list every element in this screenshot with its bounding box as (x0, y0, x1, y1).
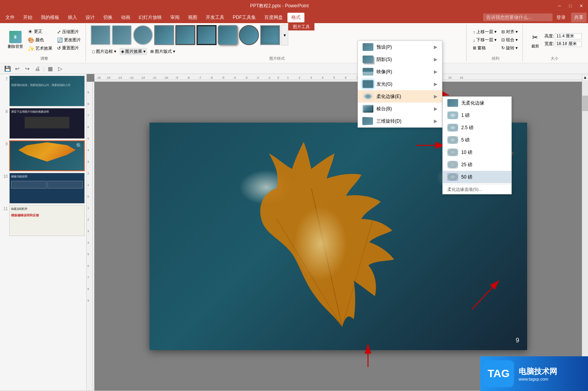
ribbon-group-arrange: ↑ 上移一层 ▾ ↓ 下移一层 ▾ ⊞ 窗格 (468, 25, 523, 61)
menu-format[interactable]: 格式 (287, 13, 304, 22)
submenu-separator (443, 184, 511, 184)
scroll-up[interactable]: ▲ (582, 74, 588, 80)
print-qa-btn[interactable]: 🖨 (33, 64, 42, 73)
save-qa-btn[interactable]: 💾 (3, 64, 12, 73)
remove-bg-btn[interactable]: 🗑 删除背景 (6, 30, 25, 50)
svg-text:-6: -6 (210, 76, 213, 79)
up-layer-btn[interactable]: ↑ 上移一层 ▾ (471, 28, 498, 35)
compress-btn[interactable]: ⤢ 压缩图片 (55, 28, 82, 35)
quickaccess: 💾 ↩ ↪ 🖨 | ▦ ▷ (0, 63, 588, 74)
maximize-btn[interactable]: □ (566, 2, 574, 10)
pic-border-arrow: ▾ (114, 49, 116, 54)
tag-watermark: TAG 电脑技术网 www.tagxp.com (480, 356, 588, 391)
slide-10[interactable]: 模板功能说明 (9, 173, 85, 204)
pic-effect-btn[interactable]: ◈ 图片效果 ▾ (119, 48, 147, 55)
slide-page-num: 9 (516, 337, 519, 344)
update-btn[interactable]: ☀ 更正 (26, 28, 54, 35)
down-layer-btn[interactable]: ↓ 下移一层 ▾ (471, 36, 498, 44)
svg-text:-3: -3 (245, 76, 248, 79)
submenu-25pt[interactable]: 25 磅 (443, 158, 511, 171)
menu-devtools[interactable]: 开发工具 (202, 13, 228, 22)
scroll-thumb[interactable] (582, 96, 588, 111)
width-input[interactable] (555, 41, 582, 47)
reset-pic-btn[interactable]: ↺ 重置图片 (55, 44, 82, 52)
slide-9[interactable]: 🔍 (9, 140, 85, 171)
svg-text:-10: -10 (164, 76, 168, 79)
submenu-none[interactable]: 无柔化边缘 (443, 97, 511, 109)
dropdown-reflect[interactable]: 映像(R) ▶ (358, 66, 442, 78)
window-btn[interactable]: ⊞ 窗格 (471, 44, 498, 52)
menu-template[interactable]: 我的模板 (37, 13, 63, 22)
menu-insert[interactable]: 插入 (64, 13, 81, 22)
search-input[interactable] (483, 13, 553, 21)
dropdown-preset[interactable]: 预设(P) ▶ (358, 41, 442, 53)
svg-text:-1: -1 (268, 76, 271, 79)
pic-style-4[interactable] (154, 25, 174, 45)
pic-layout-btn[interactable]: ⊞ 图片版式 ▾ (149, 48, 177, 55)
show-qa-btn[interactable]: ▷ (56, 64, 64, 73)
submenu-2pt[interactable]: 2.5 磅 (443, 121, 511, 134)
pic-style-6[interactable] (197, 25, 217, 45)
sub-2pt-icon (447, 124, 458, 131)
pic-border-btn[interactable]: □ 图片边框 ▾ (91, 48, 118, 55)
ribbon-scroll-btn[interactable]: ▼ (281, 25, 288, 46)
pic-style-1[interactable] (91, 25, 111, 45)
rotate-btn[interactable]: ↻ 旋转 ▾ (500, 44, 519, 52)
slide-7[interactable]: " 我爱我的祖国，我爱祖国的山河，我爱祖国的人民 (9, 76, 85, 106)
align-btn[interactable]: ⊟ 对齐 ▾ (500, 28, 519, 35)
submenu-10pt[interactable]: 10 磅 (443, 146, 511, 158)
svg-text:-2: -2 (256, 76, 259, 79)
submenu-options[interactable]: 柔化边缘选项(S)... (443, 185, 511, 194)
svg-text:-15: -15 (106, 76, 111, 79)
submenu-1pt[interactable]: 1 磅 (443, 109, 511, 121)
slide-panel: 7 " 我爱我的祖国，我爱祖国的山河，我爱祖国的人民 8 课堂下运用图片功能的视… (0, 74, 87, 391)
login-btn[interactable]: 登录 (553, 13, 569, 22)
slide-11[interactable]: 白定义幻灯片 模板编辑说明和反馈 (9, 205, 85, 236)
dropdown-soft-edge[interactable]: 柔化边缘(E) ▶ (358, 90, 442, 103)
menu-animation[interactable]: 动画 (117, 13, 134, 22)
align-arrow: ▾ (516, 29, 518, 34)
submenu-50pt[interactable]: 50 磅 (443, 171, 511, 183)
dropdown-glow[interactable]: 发光(G) ▶ (358, 78, 442, 90)
menu-baidu[interactable]: 百度网盘 (260, 13, 287, 22)
pic-style-3[interactable] (133, 25, 153, 45)
art-effect-btn[interactable]: ✨ 艺术效果 (26, 45, 54, 52)
win-controls: ─ □ ✕ (556, 2, 585, 10)
bevel-icon (363, 105, 373, 113)
svg-text:1: 1 (87, 207, 89, 209)
slide-8[interactable]: 课堂下运用图片功能的视频说明 (9, 108, 85, 139)
crop-btn[interactable]: ✂ 裁剪 (528, 30, 543, 50)
pic-style-9[interactable] (260, 25, 280, 45)
menu-view[interactable]: 视图 (184, 13, 201, 22)
svg-text:3: 3 (87, 230, 89, 233)
minimize-btn[interactable]: ─ (556, 2, 563, 10)
menu-switch[interactable]: 切换 (99, 13, 116, 22)
svg-text:-12: -12 (141, 76, 145, 79)
undo-qa-btn[interactable]: ↩ (13, 64, 22, 73)
color-btn[interactable]: 🎨 颜色 (26, 36, 54, 44)
menu-slideshow[interactable]: 幻灯片放映 (135, 13, 166, 22)
right-scrollbar[interactable]: ▲ ▼ (582, 74, 588, 391)
svg-text:-7: -7 (198, 76, 202, 79)
pic-style-2[interactable] (112, 25, 132, 45)
dropdown-shadow[interactable]: 阴影(S) ▶ (358, 53, 442, 66)
menu-file[interactable]: 文件 (2, 13, 18, 22)
menu-design[interactable]: 设计 (82, 13, 99, 22)
pic-style-7[interactable] (218, 25, 238, 45)
pic-style-8[interactable] (239, 25, 259, 45)
submenu-5pt[interactable]: 5 磅 (443, 134, 511, 146)
close-btn[interactable]: ✕ (577, 2, 585, 10)
pic-style-5[interactable] (175, 25, 195, 45)
group-btn[interactable]: ⊡ 组合 ▾ (500, 36, 519, 44)
menu-review[interactable]: 审阅 (166, 13, 183, 22)
slide-qa-btn[interactable]: ▦ (46, 64, 54, 73)
height-input[interactable] (555, 33, 582, 39)
share-btn[interactable]: 共享 (571, 13, 586, 22)
redo-qa-btn[interactable]: ↪ (23, 64, 32, 73)
menu-start[interactable]: 开始 (19, 13, 36, 22)
ruler-top: -16 -15 -14 -13 -12 -11 -10 -9 -8 -7 -6 … (94, 74, 582, 82)
dropdown-3d-rotate[interactable]: 三维旋转(D) ▶ (358, 115, 442, 127)
change-pic-btn[interactable]: 🔄 更改图片 (55, 36, 82, 44)
dropdown-bevel[interactable]: 棱台(B) ▶ (358, 103, 442, 115)
menu-pdf[interactable]: PDF工具集 (229, 13, 260, 22)
